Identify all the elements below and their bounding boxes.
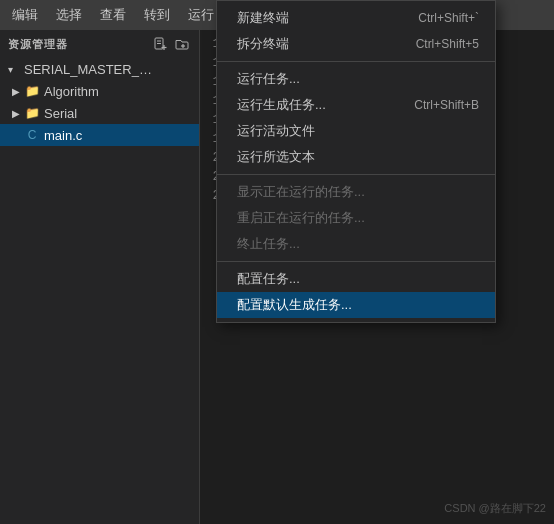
file-icon-mainc: C (24, 127, 40, 143)
menu-show-running-tasks-label: 显示正在运行的任务... (237, 183, 365, 201)
menu-split-terminal-label: 拆分终端 (237, 35, 289, 53)
sidebar-header: 资源管理器 (0, 30, 199, 58)
watermark: CSDN @路在脚下22 (444, 501, 546, 516)
menu-run-build-task-shortcut: Ctrl+Shift+B (414, 98, 479, 112)
menu-run-active-file[interactable]: 运行活动文件 (217, 118, 495, 144)
menu-restart-running-task-label: 重启正在运行的任务... (237, 209, 365, 227)
file-spacer-mainc (8, 127, 24, 143)
menu-restart-running-task: 重启正在运行的任务... (217, 205, 495, 231)
sidebar-label-serial: Serial (44, 106, 77, 121)
main-layout: 资源管理器 (0, 30, 554, 524)
menu-configure-default-build-label: 配置默认生成任务... (237, 296, 352, 314)
sidebar-item-mainc[interactable]: C main.c (0, 124, 199, 146)
separator-1 (217, 61, 495, 62)
menu-run-selected-text[interactable]: 运行所选文本 (217, 144, 495, 170)
sidebar-label-mainc: main.c (44, 128, 82, 143)
workspace-arrow-icon: ▾ (8, 64, 24, 75)
menu-run-selected-text-label: 运行所选文本 (237, 148, 315, 166)
menu-configure-default-build[interactable]: 配置默认生成任务... (217, 292, 495, 318)
menu-run-build-task-label: 运行生成任务... (237, 96, 326, 114)
separator-3 (217, 261, 495, 262)
sidebar-title: 资源管理器 (8, 37, 67, 52)
menu-configure-tasks-label: 配置任务... (237, 270, 300, 288)
menu-run-active-file-label: 运行活动文件 (237, 122, 315, 140)
menu-split-terminal-shortcut: Ctrl+Shift+5 (416, 37, 479, 51)
menu-new-terminal[interactable]: 新建终端 Ctrl+Shift+` (217, 5, 495, 31)
menu-edit[interactable]: 编辑 (4, 2, 46, 28)
menu-configure-tasks[interactable]: 配置任务... (217, 266, 495, 292)
new-file-icon[interactable] (151, 35, 169, 53)
menu-view[interactable]: 查看 (92, 2, 134, 28)
folder-arrow-algorithm: ▶ (8, 83, 24, 99)
menu-show-running-tasks: 显示正在运行的任务... (217, 179, 495, 205)
terminal-dropdown-menu: 新建终端 Ctrl+Shift+` 拆分终端 Ctrl+Shift+5 运行任务… (216, 0, 496, 323)
menu-run-task-label: 运行任务... (237, 70, 300, 88)
workspace-name: SERIAL_MASTER_20231... (24, 62, 154, 77)
folder-icon-algorithm: 📁 (24, 83, 40, 99)
menu-terminate-task: 终止任务... (217, 231, 495, 257)
workspace-row[interactable]: ▾ SERIAL_MASTER_20231... (0, 58, 199, 80)
menu-new-terminal-shortcut: Ctrl+Shift+` (418, 11, 479, 25)
sidebar-item-algorithm[interactable]: ▶ 📁 Algorithm (0, 80, 199, 102)
sidebar: 资源管理器 (0, 30, 200, 524)
sidebar-icons (151, 35, 191, 53)
separator-2 (217, 174, 495, 175)
menu-split-terminal[interactable]: 拆分终端 Ctrl+Shift+5 (217, 31, 495, 57)
menu-run-build-task[interactable]: 运行生成任务... Ctrl+Shift+B (217, 92, 495, 118)
new-folder-icon[interactable] (173, 35, 191, 53)
folder-icon-serial: 📁 (24, 105, 40, 121)
menu-goto[interactable]: 转到 (136, 2, 178, 28)
menu-terminate-task-label: 终止任务... (237, 235, 300, 253)
menu-new-terminal-label: 新建终端 (237, 9, 289, 27)
sidebar-label-algorithm: Algorithm (44, 84, 99, 99)
folder-arrow-serial: ▶ (8, 105, 24, 121)
menu-select[interactable]: 选择 (48, 2, 90, 28)
sidebar-item-serial[interactable]: ▶ 📁 Serial (0, 102, 199, 124)
menu-run-task[interactable]: 运行任务... (217, 66, 495, 92)
